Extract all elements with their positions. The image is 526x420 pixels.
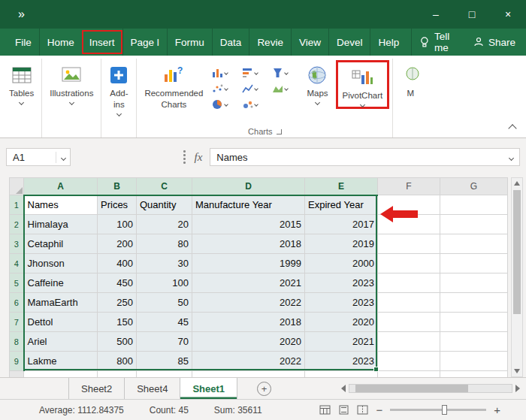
cell-B1[interactable]: Prices — [98, 195, 137, 215]
cell-D7[interactable]: 2018 — [192, 313, 305, 332]
page-break-view-button[interactable] — [357, 405, 368, 415]
cell-C5[interactable]: 100 — [137, 273, 192, 293]
cell-G10[interactable] — [440, 371, 508, 378]
menu-tab-data[interactable]: Data — [212, 29, 249, 56]
column-header-a[interactable]: A — [24, 178, 98, 195]
zoom-out-button[interactable]: − — [376, 404, 382, 415]
column-header-f[interactable]: F — [378, 178, 440, 195]
line-chart-button[interactable] — [240, 80, 271, 96]
cell-F4[interactable] — [378, 254, 440, 273]
status-average[interactable]: Average: 1112.84375 — [39, 405, 124, 415]
spreadsheet-table[interactable]: ABCDEFG1NamesPricesQuantityManufacture Y… — [9, 177, 508, 377]
sheet-tab-sheet4[interactable]: Sheet4 — [125, 378, 180, 399]
cell-D9[interactable]: 2022 — [192, 352, 305, 371]
cell-F8[interactable] — [378, 332, 440, 352]
cell-D1[interactable]: Manufacture Year — [192, 195, 305, 215]
row-header-5[interactable]: 5 — [10, 273, 24, 293]
formula-bar-resize-handle-icon[interactable] — [183, 150, 186, 164]
cell-A8[interactable]: Ariel — [24, 332, 98, 352]
maps-button[interactable]: Maps — [302, 60, 332, 104]
cell-E8[interactable]: 2021 — [305, 332, 378, 352]
cell-A10[interactable] — [24, 371, 98, 378]
cell-G9[interactable] — [440, 352, 508, 371]
row-header-4[interactable]: 4 — [10, 254, 24, 273]
row-header-3[interactable]: 3 — [10, 234, 24, 254]
scroll-left-icon[interactable] — [341, 385, 346, 392]
pivotchart-button[interactable]: PivotChart — [338, 62, 388, 107]
cell-A2[interactable]: Himalaya — [24, 215, 98, 234]
row-header-6[interactable]: 6 — [10, 293, 24, 313]
scroll-down-icon[interactable] — [514, 369, 520, 373]
cell-G2[interactable] — [440, 215, 508, 234]
cell-E5[interactable]: 2023 — [305, 273, 378, 293]
status-sum[interactable]: Sum: 35611 — [214, 405, 262, 415]
cell-C8[interactable]: 70 — [137, 332, 192, 352]
row-header-9[interactable]: 9 — [10, 352, 24, 371]
cell-B5[interactable]: 450 — [98, 273, 137, 293]
insert-function-button[interactable]: fx — [195, 151, 203, 164]
row-header-8[interactable]: 8 — [10, 332, 24, 352]
addins-button[interactable]: Add- ins — [104, 60, 133, 116]
new-sheet-button[interactable]: + — [257, 382, 271, 396]
normal-view-button[interactable] — [319, 405, 331, 415]
vertical-scrollbar[interactable] — [511, 177, 523, 377]
cell-E1[interactable]: Expired Year — [305, 195, 378, 215]
cell-D10[interactable] — [192, 371, 305, 378]
cell-E3[interactable]: 2019 — [305, 234, 378, 254]
cell-A9[interactable]: Lakme — [24, 352, 98, 371]
cell-E9[interactable]: 2023 — [305, 352, 378, 371]
cell-C2[interactable]: 20 — [137, 215, 192, 234]
cell-B8[interactable]: 500 — [98, 332, 137, 352]
cell-E2[interactable]: 2017 — [305, 215, 378, 234]
scroll-up-icon[interactable] — [514, 181, 520, 186]
menu-tab-home[interactable]: Home — [39, 29, 82, 56]
cell-G1[interactable] — [440, 195, 508, 215]
row-header-10[interactable]: 10 — [10, 371, 24, 378]
illustrations-button[interactable]: Illustrations — [45, 60, 98, 104]
horizontal-scroll-thumb[interactable] — [355, 385, 468, 392]
menu-tab-insert[interactable]: Insert — [82, 30, 122, 54]
cell-D5[interactable]: 2021 — [192, 273, 305, 293]
cell-C6[interactable]: 50 — [137, 293, 192, 313]
cell-B2[interactable]: 100 — [98, 215, 137, 234]
column-header-g[interactable]: G — [440, 178, 508, 195]
select-all-corner[interactable] — [10, 178, 24, 195]
scatter-chart-button[interactable] — [210, 80, 240, 96]
charts-dialog-launcher-icon[interactable] — [277, 129, 282, 134]
menu-tab-revie[interactable]: Revie — [249, 29, 291, 56]
maximize-button[interactable]: □ — [454, 0, 490, 29]
cell-B4[interactable]: 400 — [98, 254, 137, 273]
cell-F3[interactable] — [378, 234, 440, 254]
cell-B7[interactable]: 150 — [98, 313, 137, 332]
zoom-in-button[interactable]: + — [494, 404, 500, 415]
name-box[interactable]: A1 — [6, 148, 71, 166]
menu-tab-file[interactable]: File — [8, 29, 39, 56]
name-box-dropdown-icon[interactable] — [60, 156, 65, 161]
row-header-1[interactable]: 1 — [10, 195, 24, 215]
horizontal-scrollbar[interactable] — [341, 378, 520, 399]
row-header-2[interactable]: 2 — [10, 215, 24, 234]
cell-D2[interactable]: 2015 — [192, 215, 305, 234]
cell-F2[interactable] — [378, 215, 440, 234]
cell-B10[interactable] — [98, 371, 137, 378]
cell-A3[interactable]: Cetaphil — [24, 234, 98, 254]
cutoff-button[interactable]: M — [396, 60, 423, 98]
cell-B9[interactable]: 800 — [98, 352, 137, 371]
bar-chart-button[interactable] — [240, 65, 271, 80]
column-header-d[interactable]: D — [192, 178, 305, 195]
menu-tab-devel[interactable]: Devel — [328, 29, 370, 56]
zoom-slider-thumb[interactable] — [442, 405, 447, 415]
cell-D6[interactable]: 2022 — [192, 293, 305, 313]
cell-A6[interactable]: MamaEarth — [24, 293, 98, 313]
zoom-slider[interactable] — [390, 409, 486, 411]
cell-E4[interactable]: 2000 — [305, 254, 378, 273]
sheet-tab-sheet2[interactable]: Sheet2 — [69, 378, 125, 399]
cell-F9[interactable] — [378, 352, 440, 371]
cell-G8[interactable] — [440, 332, 508, 352]
cell-C1[interactable]: Quantity — [137, 195, 192, 215]
minimize-button[interactable]: – — [418, 0, 454, 29]
cell-A5[interactable]: Caffeine — [24, 273, 98, 293]
cell-E6[interactable]: 2023 — [305, 293, 378, 313]
cell-A7[interactable]: Dettol — [24, 313, 98, 332]
cell-C7[interactable]: 45 — [137, 313, 192, 332]
